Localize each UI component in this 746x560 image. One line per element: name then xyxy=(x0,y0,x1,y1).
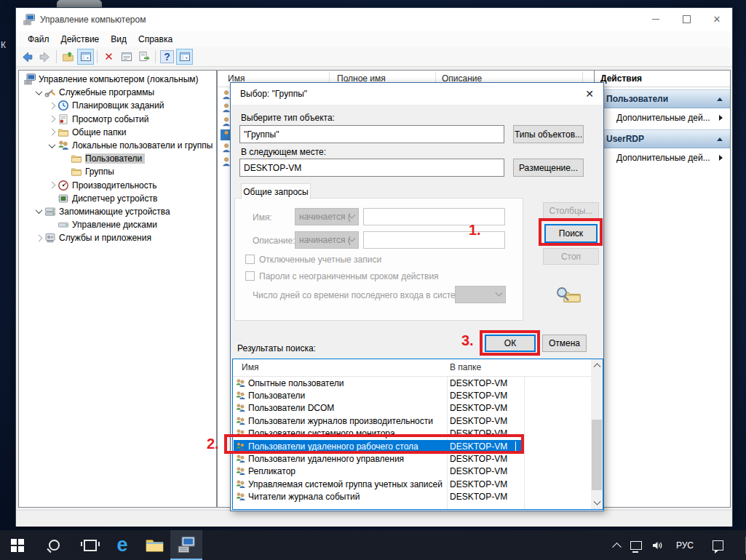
actions-group-userrdp[interactable]: UserRDP xyxy=(595,129,730,148)
results-column-name[interactable]: Имя xyxy=(242,362,258,372)
chevron-collapsed-icon[interactable] xyxy=(47,103,57,108)
results-scrollbar[interactable] xyxy=(591,359,603,509)
menu-file[interactable]: Файл xyxy=(22,33,55,46)
back-button[interactable] xyxy=(19,49,36,65)
event-log-icon xyxy=(57,113,69,125)
delete-button[interactable]: ✕ xyxy=(100,49,117,65)
language-indicator[interactable]: РУС xyxy=(669,530,701,560)
tree-item-services-applications[interactable]: Службы и приложения xyxy=(19,231,216,244)
desktop-background-letter: К xyxy=(1,40,6,50)
columns-button[interactable]: Столбцы... xyxy=(543,202,599,220)
computer-management-icon xyxy=(178,536,195,553)
dialog-close-icon[interactable]: ✕ xyxy=(582,86,598,102)
chevron-collapsed-icon[interactable] xyxy=(33,236,44,241)
object-types-button[interactable]: Типы объектов... xyxy=(513,125,584,143)
tab-common-queries[interactable]: Общие запросы xyxy=(241,183,311,199)
show-hidden-icons-button[interactable] xyxy=(608,530,625,560)
actions-item-more-actions-userrdp[interactable]: Дополнительные дей... xyxy=(595,151,730,165)
chevron-expanded-icon[interactable] xyxy=(47,143,57,148)
stop-button[interactable]: Стоп xyxy=(543,248,599,265)
export-list-button[interactable] xyxy=(135,49,152,65)
results-column-folder[interactable]: В папке xyxy=(450,362,481,372)
tree-item-event-viewer[interactable]: Просмотр событий xyxy=(19,113,216,126)
edge-taskbar-button[interactable]: e xyxy=(106,530,138,560)
clock-icon xyxy=(57,100,69,111)
dialog-title-bar[interactable]: Выбор: "Группы" ✕ xyxy=(231,83,603,105)
help-button[interactable]: ? xyxy=(159,49,175,65)
start-button[interactable] xyxy=(1,530,33,560)
disabled-accounts-label: Отключенные учетные записи xyxy=(259,255,381,265)
tree-item-groups[interactable]: Группы xyxy=(19,165,216,178)
result-row[interactable]: Читатели журнала событийDESKTOP-VM xyxy=(233,491,591,503)
name-input[interactable] xyxy=(363,208,505,225)
tree-item-local-users-groups[interactable]: Локальные пользователи и группы xyxy=(19,139,216,152)
search-taskbar-button[interactable] xyxy=(38,530,70,560)
scroll-down-icon[interactable] xyxy=(591,498,603,509)
disabled-accounts-checkbox[interactable] xyxy=(245,255,255,264)
name-condition-select[interactable]: начинается ( xyxy=(295,208,359,225)
days-since-logon-select[interactable] xyxy=(455,286,506,303)
collapse-icon[interactable] xyxy=(717,97,723,101)
tree-item-disk-management[interactable]: Управление дисками xyxy=(19,218,216,231)
actions-item-more-actions-users[interactable]: Дополнительные дей... xyxy=(595,111,730,125)
tree-item-users[interactable]: Пользователи xyxy=(19,152,216,165)
minimize-button[interactable] xyxy=(640,8,671,30)
chevron-collapsed-icon[interactable] xyxy=(47,116,57,121)
non-expiring-passwords-checkbox[interactable] xyxy=(245,271,255,281)
object-type-field[interactable]: "Группы" xyxy=(239,125,504,143)
export-list-icon xyxy=(138,51,150,63)
collapse-icon[interactable] xyxy=(717,137,723,141)
scrollbar-thumb[interactable] xyxy=(592,420,602,490)
actions-group-users[interactable]: Пользователи xyxy=(595,89,730,108)
properties-button[interactable] xyxy=(118,49,135,65)
volume-tray-button[interactable] xyxy=(647,530,669,560)
result-row[interactable]: Пользователи удаленного управленияDESKTO… xyxy=(233,452,591,465)
file-explorer-taskbar-button[interactable] xyxy=(138,530,170,560)
task-view-button[interactable] xyxy=(74,530,106,560)
show-action-pane-button[interactable] xyxy=(176,49,193,65)
title-bar[interactable]: Управление компьютером ✕ xyxy=(16,8,732,31)
common-queries-panel: Имя: начинается ( Описание: начинается (… xyxy=(234,198,523,321)
forward-button[interactable] xyxy=(36,49,53,65)
tree-item-computer-management[interactable]: Управление компьютером (локальным) xyxy=(19,73,216,86)
maximize-button[interactable] xyxy=(671,8,702,30)
action-center-button[interactable] xyxy=(701,530,735,560)
description-input[interactable] xyxy=(363,231,505,249)
network-tray-button[interactable] xyxy=(625,530,647,560)
results-header: Имя В папке xyxy=(233,359,591,377)
chevron-collapsed-icon[interactable] xyxy=(47,183,57,188)
chevron-expanded-icon[interactable] xyxy=(33,209,44,214)
tree-item-performance[interactable]: Производительность xyxy=(19,179,216,192)
result-row[interactable]: РепликаторDESKTOP-VM xyxy=(233,465,591,478)
menu-view[interactable]: Вид xyxy=(105,33,132,46)
result-row[interactable]: Опытные пользователиDESKTOP-VM xyxy=(233,377,591,389)
menu-help[interactable]: Справка xyxy=(132,33,178,46)
location-field[interactable]: DESKTOP-VM xyxy=(239,159,504,177)
volume-icon xyxy=(652,540,664,551)
chevron-collapsed-icon[interactable] xyxy=(47,129,57,135)
tree-item-storage[interactable]: Запоминающие устройства xyxy=(19,205,216,218)
days-since-logon-label: Число дней со времени последнего входа в… xyxy=(253,290,468,300)
close-button[interactable]: ✕ xyxy=(702,8,732,30)
location-button[interactable]: Размещение... xyxy=(513,159,584,177)
result-row[interactable]: Управляемая системой группа учетных запи… xyxy=(233,478,591,490)
folder-icon xyxy=(71,153,82,164)
forward-icon xyxy=(39,51,51,63)
tree-item-device-manager[interactable]: Диспетчер устройств xyxy=(19,192,216,205)
tree-item-shared-folders[interactable]: Общие папки xyxy=(19,126,216,139)
scroll-up-icon[interactable] xyxy=(591,359,603,370)
result-row[interactable]: Пользователи журналов производительности… xyxy=(233,415,591,427)
tree-item-task-scheduler[interactable]: Планировщик заданий xyxy=(19,99,216,112)
cancel-button[interactable]: Отмена xyxy=(542,335,587,352)
up-one-level-button[interactable] xyxy=(60,49,76,65)
task-view-icon xyxy=(84,540,97,551)
result-row[interactable]: Пользователи DCOMDESKTOP-VM xyxy=(233,402,591,415)
description-condition-select[interactable]: начинается ( xyxy=(295,231,359,249)
show-console-tree-button[interactable] xyxy=(77,49,94,65)
tree-item-system-tools[interactable]: Служебные программы xyxy=(19,86,216,99)
result-row[interactable]: ПользователиDESKTOP-VM xyxy=(233,389,591,401)
action-pane-icon xyxy=(179,51,191,63)
chevron-expanded-icon[interactable] xyxy=(33,90,44,95)
menu-action[interactable]: Действие xyxy=(55,33,106,46)
computer-management-taskbar-button[interactable] xyxy=(170,530,202,560)
